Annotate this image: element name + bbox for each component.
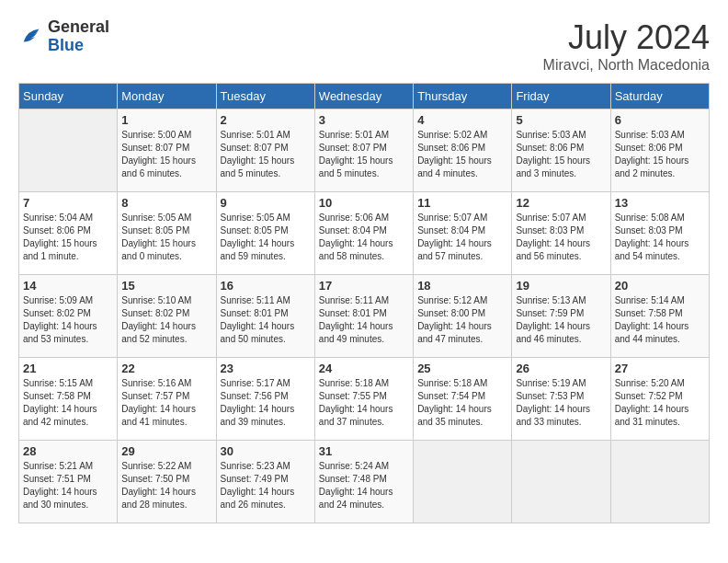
day-number: 24 bbox=[319, 362, 409, 375]
day-cell: 29Sunrise: 5:22 AMSunset: 7:50 PMDayligh… bbox=[118, 441, 216, 523]
day-info: Sunrise: 5:09 AMSunset: 8:02 PMDaylight:… bbox=[23, 294, 113, 346]
day-number: 19 bbox=[516, 279, 606, 293]
day-cell: 20Sunrise: 5:14 AMSunset: 7:58 PMDayligh… bbox=[610, 275, 709, 358]
day-number: 8 bbox=[121, 196, 211, 210]
weekday-header-tuesday: Tuesday bbox=[216, 84, 314, 109]
day-cell: 21Sunrise: 5:15 AMSunset: 7:58 PMDayligh… bbox=[19, 358, 118, 441]
week-row-3: 14Sunrise: 5:09 AMSunset: 8:02 PMDayligh… bbox=[19, 275, 710, 358]
logo-text: General Blue bbox=[48, 18, 109, 55]
day-info: Sunrise: 5:10 AMSunset: 8:02 PMDaylight:… bbox=[121, 294, 211, 346]
day-info: Sunrise: 5:07 AMSunset: 8:04 PMDaylight:… bbox=[417, 212, 507, 263]
day-cell: 5Sunrise: 5:03 AMSunset: 8:06 PMDaylight… bbox=[512, 109, 610, 192]
day-number: 22 bbox=[121, 362, 211, 375]
weekday-header-saturday: Saturday bbox=[610, 84, 709, 109]
page-header: General Blue July 2024 Miravci, North Ma… bbox=[18, 18, 710, 74]
day-cell bbox=[610, 441, 709, 523]
weekday-header-sunday: Sunday bbox=[19, 84, 118, 109]
day-number: 7 bbox=[23, 196, 113, 210]
day-number: 9 bbox=[221, 196, 311, 210]
day-number: 11 bbox=[417, 196, 507, 210]
day-number: 12 bbox=[516, 196, 606, 210]
logo-blue: Blue bbox=[48, 37, 109, 55]
day-cell: 24Sunrise: 5:18 AMSunset: 7:55 PMDayligh… bbox=[314, 358, 413, 441]
day-cell: 7Sunrise: 5:04 AMSunset: 8:06 PMDaylight… bbox=[19, 192, 118, 275]
day-number: 17 bbox=[319, 279, 409, 293]
day-info: Sunrise: 5:20 AMSunset: 7:52 PMDaylight:… bbox=[615, 377, 705, 429]
day-info: Sunrise: 5:08 AMSunset: 8:03 PMDaylight:… bbox=[615, 212, 705, 263]
day-info: Sunrise: 5:06 AMSunset: 8:04 PMDaylight:… bbox=[319, 212, 409, 263]
day-info: Sunrise: 5:21 AMSunset: 7:51 PMDaylight:… bbox=[23, 460, 113, 511]
day-info: Sunrise: 5:18 AMSunset: 7:54 PMDaylight:… bbox=[417, 377, 507, 429]
day-number: 25 bbox=[417, 362, 507, 375]
day-number: 16 bbox=[221, 279, 311, 293]
day-cell: 11Sunrise: 5:07 AMSunset: 8:04 PMDayligh… bbox=[414, 192, 512, 275]
day-number: 27 bbox=[615, 362, 705, 375]
day-cell: 27Sunrise: 5:20 AMSunset: 7:52 PMDayligh… bbox=[610, 358, 709, 441]
day-info: Sunrise: 5:01 AMSunset: 8:07 PMDaylight:… bbox=[221, 129, 311, 180]
logo: General Blue bbox=[18, 18, 109, 55]
day-cell: 23Sunrise: 5:17 AMSunset: 7:56 PMDayligh… bbox=[216, 358, 314, 441]
week-row-5: 28Sunrise: 5:21 AMSunset: 7:51 PMDayligh… bbox=[19, 441, 710, 523]
day-info: Sunrise: 5:22 AMSunset: 7:50 PMDaylight:… bbox=[121, 460, 211, 511]
day-number: 29 bbox=[121, 444, 211, 458]
day-info: Sunrise: 5:03 AMSunset: 8:06 PMDaylight:… bbox=[615, 129, 705, 180]
day-cell: 30Sunrise: 5:23 AMSunset: 7:49 PMDayligh… bbox=[216, 441, 314, 523]
day-info: Sunrise: 5:00 AMSunset: 8:07 PMDaylight:… bbox=[121, 129, 211, 180]
day-cell: 4Sunrise: 5:02 AMSunset: 8:06 PMDaylight… bbox=[414, 109, 512, 192]
day-number: 14 bbox=[23, 279, 113, 293]
day-info: Sunrise: 5:05 AMSunset: 8:05 PMDaylight:… bbox=[121, 212, 211, 263]
day-info: Sunrise: 5:17 AMSunset: 7:56 PMDaylight:… bbox=[221, 377, 311, 429]
day-cell: 22Sunrise: 5:16 AMSunset: 7:57 PMDayligh… bbox=[118, 358, 216, 441]
week-row-1: 1Sunrise: 5:00 AMSunset: 8:07 PMDaylight… bbox=[19, 109, 710, 192]
weekday-header-monday: Monday bbox=[118, 84, 216, 109]
weekday-header-wednesday: Wednesday bbox=[314, 84, 413, 109]
day-number: 6 bbox=[615, 113, 705, 127]
day-cell bbox=[512, 441, 610, 523]
location-subtitle: Miravci, North Macedonia bbox=[543, 57, 710, 74]
day-info: Sunrise: 5:16 AMSunset: 7:57 PMDaylight:… bbox=[121, 377, 211, 429]
day-cell: 17Sunrise: 5:11 AMSunset: 8:01 PMDayligh… bbox=[314, 275, 413, 358]
day-number: 13 bbox=[615, 196, 705, 210]
day-cell: 12Sunrise: 5:07 AMSunset: 8:03 PMDayligh… bbox=[512, 192, 610, 275]
day-info: Sunrise: 5:01 AMSunset: 8:07 PMDaylight:… bbox=[319, 129, 409, 180]
day-info: Sunrise: 5:23 AMSunset: 7:49 PMDaylight:… bbox=[221, 460, 311, 511]
day-info: Sunrise: 5:24 AMSunset: 7:48 PMDaylight:… bbox=[319, 460, 409, 511]
day-info: Sunrise: 5:15 AMSunset: 7:58 PMDaylight:… bbox=[23, 377, 113, 429]
day-number: 5 bbox=[516, 113, 606, 127]
day-info: Sunrise: 5:12 AMSunset: 8:00 PMDaylight:… bbox=[417, 294, 507, 346]
day-cell: 15Sunrise: 5:10 AMSunset: 8:02 PMDayligh… bbox=[118, 275, 216, 358]
weekday-header-thursday: Thursday bbox=[414, 84, 512, 109]
day-number: 2 bbox=[221, 113, 311, 127]
day-cell: 18Sunrise: 5:12 AMSunset: 8:00 PMDayligh… bbox=[414, 275, 512, 358]
logo-general: General bbox=[48, 18, 109, 37]
day-cell: 31Sunrise: 5:24 AMSunset: 7:48 PMDayligh… bbox=[314, 441, 413, 523]
day-cell: 19Sunrise: 5:13 AMSunset: 7:59 PMDayligh… bbox=[512, 275, 610, 358]
logo-bird-icon bbox=[18, 24, 44, 50]
day-cell bbox=[414, 441, 512, 523]
day-cell: 8Sunrise: 5:05 AMSunset: 8:05 PMDaylight… bbox=[118, 192, 216, 275]
day-number: 30 bbox=[221, 444, 311, 458]
day-number: 26 bbox=[516, 362, 606, 375]
day-cell: 6Sunrise: 5:03 AMSunset: 8:06 PMDaylight… bbox=[610, 109, 709, 192]
weekday-header-friday: Friday bbox=[512, 84, 610, 109]
day-info: Sunrise: 5:03 AMSunset: 8:06 PMDaylight:… bbox=[516, 129, 606, 180]
day-number: 31 bbox=[319, 444, 409, 458]
day-number: 10 bbox=[319, 196, 409, 210]
day-cell: 1Sunrise: 5:00 AMSunset: 8:07 PMDaylight… bbox=[118, 109, 216, 192]
day-info: Sunrise: 5:18 AMSunset: 7:55 PMDaylight:… bbox=[319, 377, 409, 429]
day-number: 1 bbox=[121, 113, 211, 127]
day-cell: 28Sunrise: 5:21 AMSunset: 7:51 PMDayligh… bbox=[19, 441, 118, 523]
day-info: Sunrise: 5:19 AMSunset: 7:53 PMDaylight:… bbox=[516, 377, 606, 429]
day-cell: 10Sunrise: 5:06 AMSunset: 8:04 PMDayligh… bbox=[314, 192, 413, 275]
week-row-2: 7Sunrise: 5:04 AMSunset: 8:06 PMDaylight… bbox=[19, 192, 710, 275]
day-number: 28 bbox=[23, 444, 113, 458]
day-info: Sunrise: 5:13 AMSunset: 7:59 PMDaylight:… bbox=[516, 294, 606, 346]
day-cell: 25Sunrise: 5:18 AMSunset: 7:54 PMDayligh… bbox=[414, 358, 512, 441]
day-cell: 2Sunrise: 5:01 AMSunset: 8:07 PMDaylight… bbox=[216, 109, 314, 192]
day-number: 20 bbox=[615, 279, 705, 293]
day-cell: 9Sunrise: 5:05 AMSunset: 8:05 PMDaylight… bbox=[216, 192, 314, 275]
day-info: Sunrise: 5:11 AMSunset: 8:01 PMDaylight:… bbox=[319, 294, 409, 346]
week-row-4: 21Sunrise: 5:15 AMSunset: 7:58 PMDayligh… bbox=[19, 358, 710, 441]
day-cell: 3Sunrise: 5:01 AMSunset: 8:07 PMDaylight… bbox=[314, 109, 413, 192]
day-cell: 14Sunrise: 5:09 AMSunset: 8:02 PMDayligh… bbox=[19, 275, 118, 358]
